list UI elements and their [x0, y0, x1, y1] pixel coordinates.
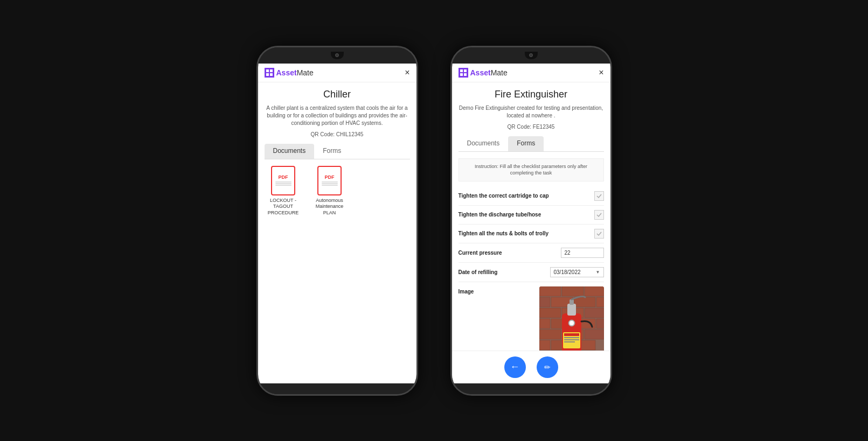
image-label: Image [459, 286, 539, 295]
phone-top-2 [452, 47, 610, 64]
asset-title-2: Fire Extinguisher [459, 89, 604, 100]
svg-rect-0 [266, 69, 269, 72]
camera-1 [335, 53, 339, 57]
bottom-buttons: ← ✏ [452, 351, 610, 383]
svg-rect-38 [564, 333, 579, 336]
svg-rect-11 [585, 286, 604, 296]
svg-rect-23 [539, 330, 561, 339]
logo-icon-2 [459, 68, 468, 78]
logo-icon-1 [265, 68, 274, 78]
calendar-icon: ▼ [596, 270, 600, 275]
date-refilling-row: Date of refilling 03/18/2022 ▼ [459, 263, 604, 282]
checklist-label-1: Tighten the correct cartridge to cap [459, 192, 594, 200]
fire-extinguisher-image [539, 286, 604, 351]
svg-rect-4 [460, 69, 463, 72]
svg-rect-16 [539, 308, 561, 318]
qr-code-2: QR Code: FE12345 [459, 124, 604, 130]
asset-description-2: Demo Fire Extinguisher created for testi… [459, 104, 604, 120]
svg-rect-25 [585, 330, 604, 339]
close-button-2[interactable]: × [599, 68, 603, 78]
phone-chiller: AssetMate × Chiller A chiller plant is a… [256, 46, 418, 396]
svg-rect-12 [539, 297, 550, 307]
app-header-1: AssetMate × [258, 64, 416, 82]
phone-bottom-1 [258, 383, 416, 394]
svg-rect-6 [460, 73, 463, 76]
close-button-1[interactable]: × [405, 68, 409, 78]
instruction-box: Instruction: Fill all the checklist para… [459, 158, 604, 181]
back-button[interactable]: ← [504, 356, 526, 378]
checkbox-1[interactable] [594, 191, 604, 201]
svg-rect-33 [567, 304, 576, 316]
current-pressure-value[interactable]: 22 [561, 248, 604, 258]
svg-rect-26 [539, 340, 550, 350]
svg-rect-7 [464, 73, 467, 76]
current-pressure-row: Current pressure 22 [459, 243, 604, 263]
logo-text-1: AssetMate [276, 68, 314, 77]
svg-rect-5 [464, 69, 467, 72]
screen-fire-ext: AssetMate × Fire Extinguisher Demo Fire … [452, 64, 610, 383]
tab-documents-2[interactable]: Documents [459, 136, 509, 151]
pdf-icon-1 [271, 166, 295, 195]
svg-rect-40 [564, 339, 579, 340]
checklist-label-2: Tighten the discharge tube/hose [459, 211, 594, 219]
svg-rect-22 [596, 319, 604, 328]
phone-bottom-2 [452, 383, 610, 394]
asset-description-1: A chiller plant is a centralized system … [265, 104, 410, 127]
pdf-lines-1 [275, 181, 291, 186]
svg-rect-15 [596, 297, 604, 307]
notch-2 [525, 52, 538, 59]
tab-forms-1[interactable]: Forms [314, 144, 350, 159]
svg-rect-9 [539, 286, 561, 296]
logo-1: AssetMate [265, 68, 314, 78]
screen-content-1: Chiller A chiller plant is a centralized… [258, 82, 416, 383]
svg-rect-41 [564, 341, 575, 342]
pdf-lines-2 [322, 181, 338, 186]
svg-rect-10 [562, 286, 584, 296]
checklist-item-3: Tighten all the nuts & bolts of trolly [459, 225, 604, 243]
phone-fire-extinguisher: AssetMate × Fire Extinguisher Demo Fire … [450, 46, 612, 396]
date-refilling-value[interactable]: 03/18/2022 ▼ [550, 267, 604, 277]
svg-rect-19 [539, 319, 550, 328]
checkbox-2[interactable] [594, 210, 604, 220]
checklist-item-1: Tighten the correct cartridge to cap [459, 187, 604, 206]
screen-chiller: AssetMate × Chiller A chiller plant is a… [258, 64, 416, 383]
phone-top-1 [258, 47, 416, 64]
fire-ext-svg [539, 286, 604, 351]
svg-rect-18 [585, 308, 604, 318]
tab-forms-2[interactable]: Forms [508, 136, 544, 151]
doc-label-1: LOCKOUT - TAGOUT PROCEDURE [265, 198, 302, 216]
asset-title-1: Chiller [265, 89, 410, 100]
logo-text-2: AssetMate [470, 68, 508, 77]
edit-button[interactable]: ✏ [537, 356, 558, 378]
tab-documents-1[interactable]: Documents [265, 144, 315, 159]
check-icon-1 [596, 193, 602, 199]
svg-rect-2 [266, 73, 269, 76]
doc-item-2[interactable]: Autonomous Maintenance PLAN [311, 166, 349, 216]
doc-label-2: Autonomous Maintenance PLAN [311, 198, 349, 216]
date-refilling-label: Date of refilling [459, 269, 550, 275]
qr-code-1: QR Code: CHIL12345 [265, 131, 410, 137]
pdf-icon-2 [317, 166, 342, 195]
svg-rect-39 [564, 337, 579, 338]
svg-rect-14 [574, 297, 595, 307]
check-icon-2 [596, 212, 602, 218]
svg-point-36 [570, 321, 574, 325]
app-header-2: AssetMate × [452, 64, 610, 82]
checkbox-3[interactable] [594, 229, 604, 239]
screen-content-2: Fire Extinguisher Demo Fire Extinguisher… [452, 82, 610, 351]
checklist-item-2: Tighten the discharge tube/hose [459, 206, 604, 225]
camera-2 [529, 53, 533, 57]
svg-rect-1 [270, 69, 273, 72]
docs-grid-1: LOCKOUT - TAGOUT PROCEDURE Autonomous Ma… [265, 166, 410, 216]
checklist-label-3: Tighten all the nuts & bolts of trolly [459, 230, 594, 237]
tabs-1: Documents Forms [265, 144, 410, 159]
svg-rect-3 [270, 73, 273, 76]
logo-2: AssetMate [459, 68, 508, 78]
check-icon-3 [596, 231, 602, 236]
svg-rect-34 [570, 299, 574, 305]
notch-1 [331, 52, 344, 59]
current-pressure-label: Current pressure [459, 250, 561, 256]
image-row: Image [459, 282, 604, 351]
tabs-2: Documents Forms [459, 136, 604, 152]
doc-item-1[interactable]: LOCKOUT - TAGOUT PROCEDURE [265, 166, 302, 216]
